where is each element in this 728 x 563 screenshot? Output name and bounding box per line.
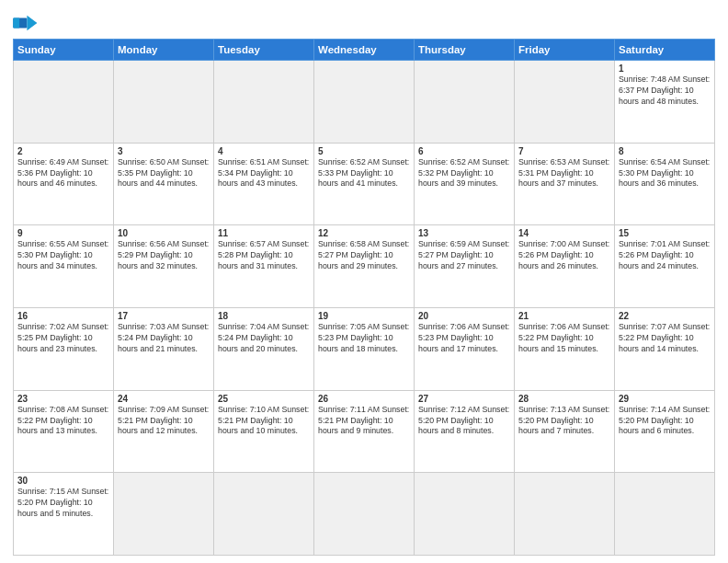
day-info: Sunrise: 6:53 AM Sunset: 5:31 PM Dayligh… [518,157,610,190]
day-cell [114,473,214,556]
day-cell: 13Sunrise: 6:59 AM Sunset: 5:27 PM Dayli… [415,225,515,308]
calendar-table: SundayMondayTuesdayWednesdayThursdayFrid… [13,39,715,556]
day-cell: 6Sunrise: 6:52 AM Sunset: 5:32 PM Daylig… [415,143,515,225]
week-row-1: 2Sunrise: 6:49 AM Sunset: 5:36 PM Daylig… [14,143,715,225]
day-info: Sunrise: 7:06 AM Sunset: 5:22 PM Dayligh… [518,322,610,355]
day-cell [415,473,515,556]
day-cell [314,473,415,556]
day-cell: 18Sunrise: 7:04 AM Sunset: 5:24 PM Dayli… [214,307,314,390]
day-info: Sunrise: 7:04 AM Sunset: 5:24 PM Dayligh… [218,322,310,355]
generalblue-logo-icon [13,13,39,33]
header [13,9,715,33]
day-info: Sunrise: 7:08 AM Sunset: 5:22 PM Dayligh… [17,405,109,438]
day-info: Sunrise: 6:52 AM Sunset: 5:32 PM Dayligh… [418,157,510,190]
day-number: 14 [518,228,610,238]
day-info: Sunrise: 6:49 AM Sunset: 5:36 PM Dayligh… [17,157,109,190]
day-cell: 10Sunrise: 6:56 AM Sunset: 5:29 PM Dayli… [114,225,214,308]
day-number: 25 [218,394,310,404]
weekday-header-friday: Friday [515,40,615,61]
day-number: 9 [17,228,109,238]
week-row-2: 9Sunrise: 6:55 AM Sunset: 5:30 PM Daylig… [14,225,715,308]
day-info: Sunrise: 7:48 AM Sunset: 6:37 PM Dayligh… [619,75,711,108]
day-number: 13 [418,228,510,238]
day-number: 20 [418,311,510,321]
day-info: Sunrise: 6:52 AM Sunset: 5:33 PM Dayligh… [318,157,410,190]
day-info: Sunrise: 7:15 AM Sunset: 5:20 PM Dayligh… [17,487,109,520]
day-number: 24 [118,394,210,404]
weekday-header-thursday: Thursday [415,40,515,61]
day-info: Sunrise: 7:13 AM Sunset: 5:20 PM Dayligh… [518,405,610,438]
day-info: Sunrise: 7:07 AM Sunset: 5:22 PM Dayligh… [619,322,711,355]
day-number: 19 [318,311,410,321]
logo [13,13,42,33]
day-number: 11 [218,228,310,238]
day-cell: 23Sunrise: 7:08 AM Sunset: 5:22 PM Dayli… [14,390,114,473]
day-cell: 22Sunrise: 7:07 AM Sunset: 5:22 PM Dayli… [615,307,715,390]
day-number: 6 [418,146,510,156]
day-cell: 30Sunrise: 7:15 AM Sunset: 5:20 PM Dayli… [14,473,114,556]
day-info: Sunrise: 7:02 AM Sunset: 5:25 PM Dayligh… [17,322,109,355]
week-row-0: 1Sunrise: 7:48 AM Sunset: 6:37 PM Daylig… [14,61,715,144]
day-number: 21 [518,311,610,321]
day-cell [515,61,615,144]
day-cell [214,473,314,556]
day-cell: 3Sunrise: 6:50 AM Sunset: 5:35 PM Daylig… [114,143,214,225]
day-info: Sunrise: 6:59 AM Sunset: 5:27 PM Dayligh… [418,239,510,272]
day-cell: 2Sunrise: 6:49 AM Sunset: 5:36 PM Daylig… [14,143,114,225]
page: SundayMondayTuesdayWednesdayThursdayFrid… [0,0,728,563]
day-cell [515,473,615,556]
day-number: 1 [619,63,711,74]
day-cell: 9Sunrise: 6:55 AM Sunset: 5:30 PM Daylig… [14,225,114,308]
weekday-header-monday: Monday [114,40,214,61]
day-cell: 29Sunrise: 7:14 AM Sunset: 5:20 PM Dayli… [615,390,715,473]
day-cell: 4Sunrise: 6:51 AM Sunset: 5:34 PM Daylig… [214,143,314,225]
day-number: 22 [619,311,711,321]
day-info: Sunrise: 6:55 AM Sunset: 5:30 PM Dayligh… [17,239,109,272]
day-number: 3 [118,146,210,156]
day-info: Sunrise: 7:11 AM Sunset: 5:21 PM Dayligh… [318,405,410,438]
day-info: Sunrise: 6:57 AM Sunset: 5:28 PM Dayligh… [218,239,310,272]
day-cell [114,61,214,144]
day-cell: 19Sunrise: 7:05 AM Sunset: 5:23 PM Dayli… [314,307,415,390]
day-info: Sunrise: 7:01 AM Sunset: 5:26 PM Dayligh… [619,239,711,272]
day-number: 15 [619,228,711,238]
day-cell: 14Sunrise: 7:00 AM Sunset: 5:26 PM Dayli… [515,225,615,308]
day-info: Sunrise: 6:54 AM Sunset: 5:30 PM Dayligh… [619,157,711,190]
day-cell: 7Sunrise: 6:53 AM Sunset: 5:31 PM Daylig… [515,143,615,225]
day-info: Sunrise: 7:10 AM Sunset: 5:21 PM Dayligh… [218,405,310,438]
day-cell [314,61,415,144]
day-cell: 5Sunrise: 6:52 AM Sunset: 5:33 PM Daylig… [314,143,415,225]
day-cell: 21Sunrise: 7:06 AM Sunset: 5:22 PM Dayli… [515,307,615,390]
day-cell [615,473,715,556]
day-info: Sunrise: 7:09 AM Sunset: 5:21 PM Dayligh… [118,405,210,438]
day-number: 23 [17,394,109,404]
day-number: 16 [17,311,109,321]
day-cell: 1Sunrise: 7:48 AM Sunset: 6:37 PM Daylig… [615,61,715,144]
day-number: 8 [619,146,711,156]
day-cell: 20Sunrise: 7:06 AM Sunset: 5:23 PM Dayli… [415,307,515,390]
day-number: 27 [418,394,510,404]
day-info: Sunrise: 6:58 AM Sunset: 5:27 PM Dayligh… [318,239,410,272]
day-info: Sunrise: 7:14 AM Sunset: 5:20 PM Dayligh… [619,405,711,438]
week-row-3: 16Sunrise: 7:02 AM Sunset: 5:25 PM Dayli… [14,307,715,390]
day-cell: 11Sunrise: 6:57 AM Sunset: 5:28 PM Dayli… [214,225,314,308]
day-number: 30 [17,476,109,486]
week-row-5: 30Sunrise: 7:15 AM Sunset: 5:20 PM Dayli… [14,473,715,556]
day-cell: 17Sunrise: 7:03 AM Sunset: 5:24 PM Dayli… [114,307,214,390]
day-info: Sunrise: 7:05 AM Sunset: 5:23 PM Dayligh… [318,322,410,355]
day-number: 28 [518,394,610,404]
weekday-header-sunday: Sunday [14,40,114,61]
svg-marker-1 [27,16,37,31]
day-info: Sunrise: 7:03 AM Sunset: 5:24 PM Dayligh… [118,322,210,355]
day-number: 2 [17,146,109,156]
day-number: 26 [318,394,410,404]
day-number: 10 [118,228,210,238]
day-cell [415,61,515,144]
day-number: 12 [318,228,410,238]
svg-rect-2 [13,18,19,29]
day-info: Sunrise: 7:06 AM Sunset: 5:23 PM Dayligh… [418,322,510,355]
day-info: Sunrise: 6:56 AM Sunset: 5:29 PM Dayligh… [118,239,210,272]
day-cell [214,61,314,144]
day-cell: 8Sunrise: 6:54 AM Sunset: 5:30 PM Daylig… [615,143,715,225]
day-cell: 16Sunrise: 7:02 AM Sunset: 5:25 PM Dayli… [14,307,114,390]
